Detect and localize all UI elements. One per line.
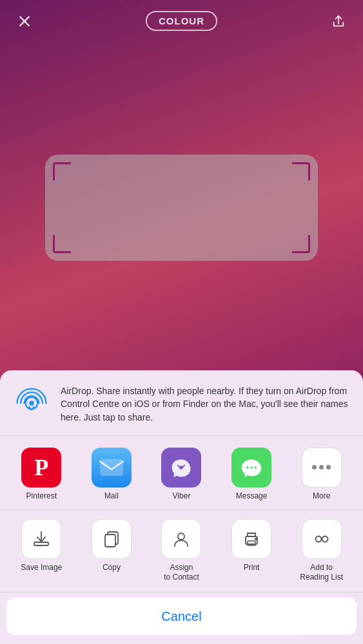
save-image-label: Save Image [21,563,62,573]
airdrop-icon [13,384,50,422]
action-print[interactable]: Print [226,519,277,573]
close-button[interactable] [13,10,36,33]
qr-corner-bl [53,235,71,253]
qr-corner-br [292,235,310,253]
viber-label: Viber [173,491,191,500]
app-viber[interactable]: Viber [155,448,207,500]
airdrop-section: AirDrop. Share instantly with people nea… [0,370,363,436]
svg-point-7 [250,466,253,469]
more-icon [302,448,342,488]
action-reading-list[interactable]: Add toReading List [296,519,348,583]
airdrop-text-content: AirDrop. Share instantly with people nea… [61,386,348,422]
app-pinterest[interactable]: P Pinterest [15,448,67,500]
assign-contact-label: Assignto Contact [164,563,199,583]
qr-corner-tr [292,162,310,180]
app-message[interactable]: Message [226,448,277,500]
svg-point-6 [246,466,249,469]
pinterest-label: Pinterest [26,491,57,500]
action-assign-contact[interactable]: Assignto Contact [155,519,207,583]
actions-row: Save Image Copy Assignto Contact [0,510,363,592]
svg-point-17 [322,536,328,542]
save-image-icon [21,519,61,559]
app-more[interactable]: More [296,448,348,500]
svg-rect-9 [34,542,48,545]
mail-label: Mail [104,491,119,500]
app-mail[interactable]: Mail [86,448,137,500]
assign-contact-icon [161,519,201,559]
mail-icon [92,448,132,488]
share-sheet: AirDrop. Share instantly with people nea… [0,370,363,644]
action-copy[interactable]: Copy [86,519,137,573]
cancel-label: Cancel [161,609,201,624]
title-text: COLOUR [159,15,204,26]
more-label: More [313,491,330,500]
message-icon [231,448,271,488]
top-bar: COLOUR [0,0,363,42]
pinterest-icon: P [21,448,61,488]
qr-card [45,155,318,261]
svg-rect-11 [105,535,115,547]
apps-row: P Pinterest Mail Viber [0,436,363,510]
reading-list-icon [302,519,342,559]
print-label: Print [244,563,260,573]
copy-icon [92,519,132,559]
cancel-section[interactable]: Cancel [6,598,357,635]
share-button[interactable] [327,10,350,33]
svg-rect-14 [248,541,255,545]
qr-corner-tl [53,162,71,180]
print-icon [231,519,271,559]
message-label: Message [236,491,268,500]
copy-label: Copy [103,563,121,573]
svg-point-5 [180,466,183,469]
viber-icon [161,448,201,488]
svg-point-15 [255,538,257,540]
airdrop-description: AirDrop. Share instantly with people nea… [61,384,350,424]
svg-point-8 [255,466,257,469]
svg-point-3 [29,401,34,405]
title-pill: COLOUR [146,11,217,31]
svg-rect-4 [100,459,123,476]
reading-list-label: Add toReading List [300,563,343,583]
svg-point-16 [315,536,321,542]
svg-point-12 [178,533,184,540]
action-save-image[interactable]: Save Image [15,519,67,573]
